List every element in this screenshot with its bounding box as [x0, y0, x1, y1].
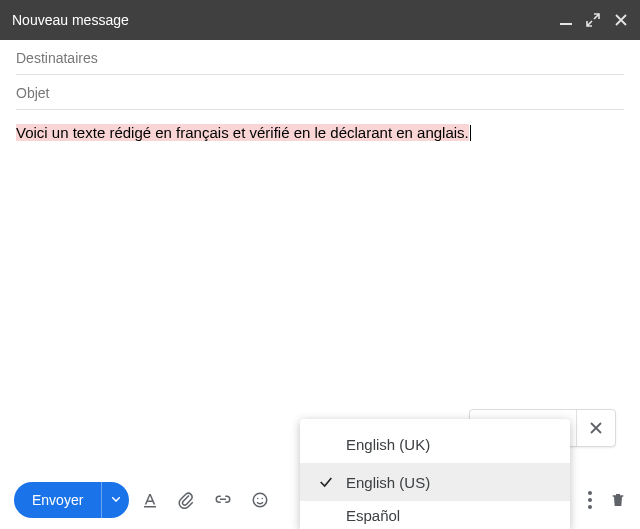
attach-icon[interactable]	[177, 491, 195, 509]
svg-point-7	[588, 505, 592, 509]
format-icons	[141, 491, 269, 509]
toolbar-right	[588, 491, 626, 509]
check-icon	[318, 474, 346, 490]
lang-label: English (UK)	[346, 436, 430, 453]
expand-icon[interactable]	[586, 13, 600, 27]
send-more-button[interactable]	[101, 482, 129, 518]
lang-label: English (US)	[346, 474, 430, 491]
lang-label: Español	[346, 507, 400, 524]
send-button-group: Envoyer	[14, 482, 129, 518]
svg-rect-1	[144, 506, 156, 508]
lang-option-en-uk[interactable]: English (UK)	[300, 425, 570, 463]
svg-point-3	[257, 497, 259, 499]
format-text-icon[interactable]	[141, 491, 159, 509]
lang-option-es[interactable]: Español	[300, 501, 570, 529]
svg-point-6	[588, 498, 592, 502]
svg-rect-0	[560, 23, 572, 25]
header-fields: Destinataires Objet	[0, 40, 640, 110]
titlebar: Nouveau message	[0, 0, 640, 40]
recipients-field[interactable]: Destinataires	[16, 40, 624, 75]
svg-point-2	[254, 493, 268, 507]
svg-point-5	[588, 491, 592, 495]
send-button[interactable]: Envoyer	[14, 482, 101, 518]
window-title: Nouveau message	[12, 12, 129, 28]
more-options-icon[interactable]	[588, 491, 592, 509]
window-controls	[560, 13, 628, 27]
link-icon[interactable]	[213, 491, 233, 509]
text-cursor	[470, 125, 471, 141]
trash-icon[interactable]	[610, 491, 626, 509]
recheck-close-button[interactable]	[577, 410, 615, 446]
compose-window: Nouveau message Destinataires Objet Voic…	[0, 0, 640, 529]
emoji-icon[interactable]	[251, 491, 269, 509]
language-menu: English (UK) English (US) Español	[300, 419, 570, 529]
minimize-icon[interactable]	[560, 14, 572, 26]
svg-point-4	[262, 497, 264, 499]
spellcheck-highlight[interactable]: Voici un texte rédigé en français et vér…	[16, 124, 469, 141]
close-icon[interactable]	[614, 13, 628, 27]
subject-field[interactable]: Objet	[16, 75, 624, 110]
lang-option-en-us[interactable]: English (US)	[300, 463, 570, 501]
